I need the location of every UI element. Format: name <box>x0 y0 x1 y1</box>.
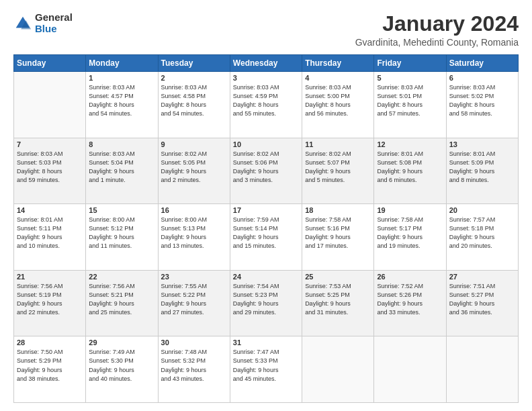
day-info: Sunrise: 8:03 AM Sunset: 5:02 PM Dayligh… <box>449 83 515 118</box>
calendar-cell: 14Sunrise: 8:01 AM Sunset: 5:11 PM Dayli… <box>14 204 86 271</box>
calendar-cell <box>446 336 518 403</box>
day-info: Sunrise: 7:50 AM Sunset: 5:29 PM Dayligh… <box>17 348 83 383</box>
title-block: January 2024 Gvardinita, Mehedinti Count… <box>355 12 519 48</box>
day-info: Sunrise: 8:03 AM Sunset: 4:58 PM Dayligh… <box>161 83 227 118</box>
day-info: Sunrise: 8:03 AM Sunset: 4:57 PM Dayligh… <box>89 83 154 118</box>
calendar-cell: 15Sunrise: 8:00 AM Sunset: 5:12 PM Dayli… <box>86 204 158 271</box>
day-info: Sunrise: 7:49 AM Sunset: 5:30 PM Dayligh… <box>89 348 154 383</box>
week-row-3: 14Sunrise: 8:01 AM Sunset: 5:11 PM Dayli… <box>14 204 519 271</box>
day-number: 2 <box>161 74 227 82</box>
day-info: Sunrise: 7:48 AM Sunset: 5:32 PM Dayligh… <box>161 348 227 383</box>
day-number: 23 <box>161 273 227 281</box>
day-info: Sunrise: 8:03 AM Sunset: 5:03 PM Dayligh… <box>17 150 83 185</box>
calendar-cell: 13Sunrise: 8:01 AM Sunset: 5:09 PM Dayli… <box>446 138 518 204</box>
day-number: 10 <box>233 140 299 148</box>
calendar-cell: 20Sunrise: 7:57 AM Sunset: 5:18 PM Dayli… <box>446 204 518 271</box>
calendar-cell: 3Sunrise: 8:03 AM Sunset: 4:59 PM Daylig… <box>230 72 302 138</box>
day-info: Sunrise: 8:01 AM Sunset: 5:11 PM Dayligh… <box>17 216 83 250</box>
calendar-cell: 31Sunrise: 7:47 AM Sunset: 5:33 PM Dayli… <box>230 336 302 403</box>
day-info: Sunrise: 7:59 AM Sunset: 5:14 PM Dayligh… <box>233 216 299 250</box>
day-number: 7 <box>17 140 83 148</box>
calendar-cell: 9Sunrise: 8:02 AM Sunset: 5:05 PM Daylig… <box>158 138 230 204</box>
week-row-5: 28Sunrise: 7:50 AM Sunset: 5:29 PM Dayli… <box>14 336 519 403</box>
calendar-title: January 2024 <box>355 12 519 36</box>
calendar-cell: 29Sunrise: 7:49 AM Sunset: 5:30 PM Dayli… <box>86 336 158 403</box>
week-row-4: 21Sunrise: 7:56 AM Sunset: 5:19 PM Dayli… <box>14 270 519 336</box>
day-number: 24 <box>233 273 299 281</box>
day-info: Sunrise: 8:00 AM Sunset: 5:13 PM Dayligh… <box>161 216 227 250</box>
calendar-cell: 24Sunrise: 7:54 AM Sunset: 5:23 PM Dayli… <box>230 270 302 336</box>
day-number: 29 <box>89 338 154 347</box>
day-number: 26 <box>377 273 443 281</box>
day-info: Sunrise: 8:02 AM Sunset: 5:07 PM Dayligh… <box>305 150 371 185</box>
day-number: 11 <box>305 140 371 148</box>
day-info: Sunrise: 8:00 AM Sunset: 5:12 PM Dayligh… <box>89 216 154 250</box>
calendar-cell: 5Sunrise: 8:03 AM Sunset: 5:01 PM Daylig… <box>374 72 446 138</box>
calendar-cell: 16Sunrise: 8:00 AM Sunset: 5:13 PM Dayli… <box>158 204 230 271</box>
weekday-header-friday: Friday <box>374 55 446 72</box>
day-info: Sunrise: 8:03 AM Sunset: 4:59 PM Dayligh… <box>233 83 299 118</box>
calendar-cell: 25Sunrise: 7:53 AM Sunset: 5:25 PM Dayli… <box>302 270 374 336</box>
calendar-cell: 11Sunrise: 8:02 AM Sunset: 5:07 PM Dayli… <box>302 138 374 204</box>
weekday-header-tuesday: Tuesday <box>158 55 230 72</box>
calendar-cell: 30Sunrise: 7:48 AM Sunset: 5:32 PM Dayli… <box>158 336 230 403</box>
week-row-1: 1Sunrise: 8:03 AM Sunset: 4:57 PM Daylig… <box>14 72 519 138</box>
day-number: 25 <box>305 273 371 281</box>
day-info: Sunrise: 8:01 AM Sunset: 5:09 PM Dayligh… <box>449 150 515 185</box>
day-number: 5 <box>377 74 443 82</box>
day-number: 17 <box>233 206 299 214</box>
day-info: Sunrise: 7:54 AM Sunset: 5:23 PM Dayligh… <box>233 282 299 317</box>
day-number: 19 <box>377 206 443 214</box>
calendar-cell <box>302 336 374 403</box>
day-number: 3 <box>233 74 299 82</box>
calendar-table: SundayMondayTuesdayWednesdayThursdayFrid… <box>13 54 519 403</box>
calendar-cell: 22Sunrise: 7:56 AM Sunset: 5:21 PM Dayli… <box>86 270 158 336</box>
day-info: Sunrise: 7:52 AM Sunset: 5:26 PM Dayligh… <box>377 282 443 317</box>
calendar-cell: 8Sunrise: 8:03 AM Sunset: 5:04 PM Daylig… <box>86 138 158 204</box>
day-number: 16 <box>161 206 227 214</box>
weekday-header-monday: Monday <box>86 55 158 72</box>
calendar-cell: 6Sunrise: 8:03 AM Sunset: 5:02 PM Daylig… <box>446 72 518 138</box>
calendar-cell: 7Sunrise: 8:03 AM Sunset: 5:03 PM Daylig… <box>14 138 86 204</box>
day-info: Sunrise: 8:03 AM Sunset: 5:01 PM Dayligh… <box>377 83 443 118</box>
day-info: Sunrise: 8:02 AM Sunset: 5:05 PM Dayligh… <box>161 150 227 185</box>
calendar-cell: 4Sunrise: 8:03 AM Sunset: 5:00 PM Daylig… <box>302 72 374 138</box>
day-number: 22 <box>89 273 154 281</box>
day-info: Sunrise: 8:01 AM Sunset: 5:08 PM Dayligh… <box>377 150 443 185</box>
day-number: 14 <box>17 206 83 214</box>
calendar-cell: 19Sunrise: 7:58 AM Sunset: 5:17 PM Dayli… <box>374 204 446 271</box>
logo-blue-text: Blue <box>35 24 73 35</box>
day-number: 18 <box>305 206 371 214</box>
logo-icon <box>13 14 32 33</box>
calendar-cell: 28Sunrise: 7:50 AM Sunset: 5:29 PM Dayli… <box>14 336 86 403</box>
day-info: Sunrise: 7:56 AM Sunset: 5:19 PM Dayligh… <box>17 282 83 317</box>
logo-text: General Blue <box>35 12 73 34</box>
calendar-cell <box>374 336 446 403</box>
day-info: Sunrise: 7:55 AM Sunset: 5:22 PM Dayligh… <box>161 282 227 317</box>
day-number: 1 <box>89 74 154 82</box>
day-number: 21 <box>17 273 83 281</box>
day-info: Sunrise: 7:53 AM Sunset: 5:25 PM Dayligh… <box>305 282 371 317</box>
calendar-cell: 10Sunrise: 8:02 AM Sunset: 5:06 PM Dayli… <box>230 138 302 204</box>
calendar-cell <box>14 72 86 138</box>
header: General Blue January 2024 Gvardinita, Me… <box>13 12 519 48</box>
calendar-cell: 2Sunrise: 8:03 AM Sunset: 4:58 PM Daylig… <box>158 72 230 138</box>
logo: General Blue <box>13 12 73 34</box>
day-number: 28 <box>17 338 83 347</box>
page: General Blue January 2024 Gvardinita, Me… <box>0 0 532 411</box>
day-number: 27 <box>449 273 515 281</box>
day-info: Sunrise: 7:47 AM Sunset: 5:33 PM Dayligh… <box>233 348 299 383</box>
day-info: Sunrise: 7:58 AM Sunset: 5:17 PM Dayligh… <box>377 216 443 250</box>
calendar-cell: 18Sunrise: 7:58 AM Sunset: 5:16 PM Dayli… <box>302 204 374 271</box>
calendar-subtitle: Gvardinita, Mehedinti County, Romania <box>355 37 519 48</box>
day-info: Sunrise: 7:51 AM Sunset: 5:27 PM Dayligh… <box>449 282 515 317</box>
day-info: Sunrise: 8:02 AM Sunset: 5:06 PM Dayligh… <box>233 150 299 185</box>
day-number: 31 <box>233 338 299 347</box>
weekday-header-row: SundayMondayTuesdayWednesdayThursdayFrid… <box>14 55 519 72</box>
calendar-cell: 17Sunrise: 7:59 AM Sunset: 5:14 PM Dayli… <box>230 204 302 271</box>
day-info: Sunrise: 8:03 AM Sunset: 5:04 PM Dayligh… <box>89 150 154 185</box>
day-number: 6 <box>449 74 515 82</box>
day-info: Sunrise: 8:03 AM Sunset: 5:00 PM Dayligh… <box>305 83 371 118</box>
day-number: 4 <box>305 74 371 82</box>
calendar-cell: 27Sunrise: 7:51 AM Sunset: 5:27 PM Dayli… <box>446 270 518 336</box>
